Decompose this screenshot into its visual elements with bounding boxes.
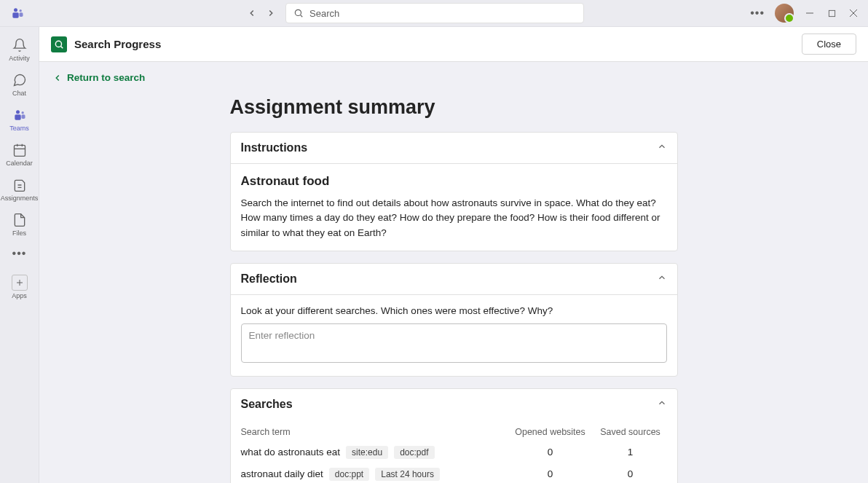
- svg-point-4: [295, 9, 301, 15]
- opened-count: 0: [507, 468, 594, 479]
- rail-teams[interactable]: Teams: [0, 104, 39, 135]
- search-tag: Last 24 hours: [375, 468, 440, 481]
- rail-label: Calendar: [6, 160, 33, 167]
- svg-point-11: [21, 111, 23, 114]
- teams-logo-icon: [9, 4, 26, 22]
- svg-line-21: [61, 46, 63, 48]
- svg-rect-7: [829, 10, 835, 16]
- search-term: what do astronauts eat: [241, 447, 341, 458]
- saved-count: 0: [594, 468, 667, 479]
- rail-label: Activity: [9, 55, 30, 62]
- search-tag: site:edu: [346, 446, 388, 459]
- search-tag: doc:pdf: [394, 446, 434, 459]
- col-opened-header: Opened websites: [507, 427, 594, 437]
- col-saved-header: Saved sources: [594, 427, 667, 437]
- nav-back-button[interactable]: [245, 6, 259, 20]
- window-close-button[interactable]: [848, 7, 859, 19]
- rail-assignments[interactable]: Assignments: [0, 174, 39, 205]
- avatar[interactable]: [775, 4, 794, 23]
- window-maximize-button[interactable]: [826, 7, 837, 19]
- searches-card: Searches Search term Opened websites Sav…: [230, 388, 678, 483]
- rail-label: Chat: [12, 90, 26, 97]
- svg-rect-14: [14, 145, 25, 156]
- rail-label: Apps: [12, 292, 27, 299]
- rail-activity[interactable]: Activity: [0, 34, 39, 65]
- rail-label: Assignments: [1, 195, 39, 202]
- window-minimize-button[interactable]: [804, 7, 816, 19]
- instructions-text: Search the internet to find out details …: [241, 196, 667, 240]
- title-bar: Search •••: [0, 0, 868, 27]
- reflection-header[interactable]: Reflection: [231, 264, 677, 295]
- searches-table-header: Search term Opened websites Saved source…: [231, 420, 677, 441]
- reflection-input[interactable]: [241, 323, 667, 363]
- rail-chat[interactable]: Chat: [0, 69, 39, 100]
- svg-point-0: [14, 8, 17, 12]
- global-search-input[interactable]: Search: [285, 3, 584, 23]
- card-heading: Instructions: [241, 141, 308, 154]
- col-term-header: Search term: [241, 427, 507, 437]
- rail-label: Teams: [9, 125, 29, 132]
- svg-rect-2: [12, 12, 18, 17]
- card-heading: Reflection: [241, 272, 297, 286]
- search-tag: doc:ppt: [329, 468, 369, 481]
- saved-count: 1: [594, 447, 667, 458]
- calendar-icon: [12, 142, 28, 158]
- table-row[interactable]: astronaut daily dietdoc:pptLast 24 hours…: [231, 463, 677, 483]
- instructions-title: Astronaut food: [241, 174, 667, 189]
- table-row[interactable]: what do astronauts eatsite:edudoc:pdf01: [231, 441, 677, 463]
- rail-more[interactable]: •••: [12, 247, 27, 260]
- svg-point-20: [55, 41, 61, 47]
- page-title: Assignment summary: [230, 96, 678, 119]
- search-progress-app-icon: [51, 36, 67, 52]
- opened-count: 0: [507, 447, 594, 458]
- svg-point-1: [20, 9, 22, 12]
- app-title: Search Progress: [74, 38, 161, 50]
- reflection-card: Reflection Look at your different search…: [230, 263, 678, 377]
- app-bar: Search Progress Close: [39, 27, 868, 62]
- chat-icon: [12, 72, 28, 88]
- svg-line-5: [301, 15, 303, 17]
- files-icon: [12, 212, 28, 228]
- search-term: astronaut daily diet: [241, 468, 323, 479]
- reflection-prompt: Look at your different searches. Which o…: [241, 305, 667, 316]
- rail-calendar[interactable]: Calendar: [0, 139, 39, 170]
- search-placeholder: Search: [309, 8, 339, 19]
- chevron-left-icon: [52, 73, 63, 83]
- chevron-up-icon: [657, 398, 667, 411]
- close-button[interactable]: Close: [802, 34, 856, 55]
- return-to-search-link[interactable]: Return to search: [52, 72, 868, 83]
- rail-label: Files: [12, 229, 26, 237]
- svg-rect-13: [21, 114, 25, 119]
- chevron-up-icon: [657, 141, 667, 154]
- search-icon: [293, 8, 304, 18]
- svg-rect-12: [15, 114, 20, 120]
- bell-icon: [12, 37, 28, 53]
- searches-header[interactable]: Searches: [231, 389, 677, 420]
- chevron-up-icon: [657, 272, 667, 286]
- rail-apps-button[interactable]: [12, 275, 28, 291]
- rail-files[interactable]: Files: [0, 209, 39, 240]
- assignments-icon: [12, 177, 28, 193]
- instructions-header[interactable]: Instructions: [231, 133, 677, 164]
- teams-icon: [12, 107, 28, 123]
- more-button[interactable]: •••: [750, 7, 765, 20]
- card-heading: Searches: [241, 398, 293, 411]
- instructions-card: Instructions Astronaut food Search the i…: [230, 132, 678, 251]
- back-link-label: Return to search: [67, 72, 145, 83]
- app-rail: Activity Chat Teams Calendar Assignments…: [0, 27, 39, 483]
- svg-rect-3: [20, 12, 23, 17]
- nav-forward-button[interactable]: [264, 6, 278, 20]
- svg-point-10: [16, 110, 20, 114]
